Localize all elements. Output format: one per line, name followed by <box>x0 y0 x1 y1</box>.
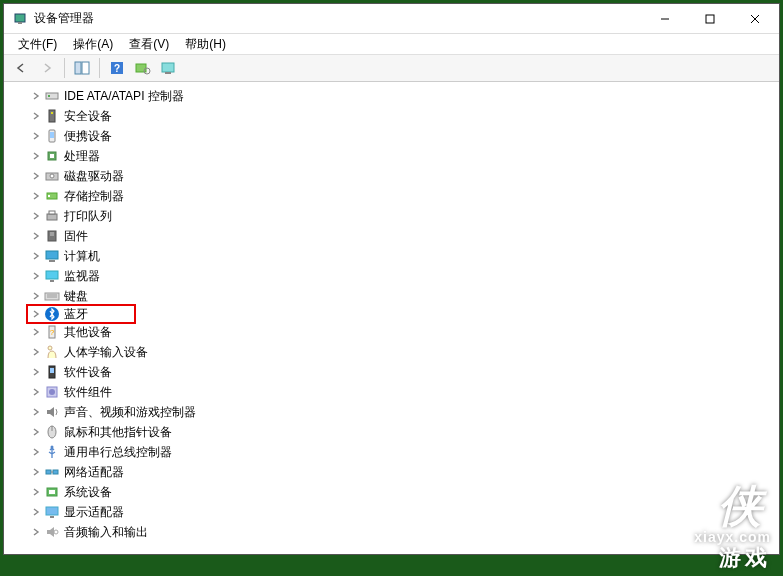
chevron-right-icon[interactable] <box>30 110 42 122</box>
firmware-icon <box>44 228 60 244</box>
tree-node-label: 软件设备 <box>64 364 112 381</box>
chevron-right-icon[interactable] <box>30 366 42 378</box>
svg-rect-25 <box>48 195 50 197</box>
tree-node[interactable]: 键盘 <box>28 286 779 306</box>
maximize-button[interactable] <box>687 4 732 33</box>
chevron-right-icon[interactable] <box>30 406 42 418</box>
tree-node[interactable]: 鼠标和其他指针设备 <box>28 422 779 442</box>
chevron-right-icon[interactable] <box>30 526 42 538</box>
tree-node[interactable]: IDE ATA/ATAPI 控制器 <box>28 86 779 106</box>
details-button[interactable] <box>71 57 93 79</box>
tree-content[interactable]: IDE ATA/ATAPI 控制器安全设备便携设备处理器磁盘驱动器存储控制器打印… <box>4 82 779 554</box>
chevron-right-icon[interactable] <box>30 250 42 262</box>
tree-node-label: 固件 <box>64 228 88 245</box>
tree-node-label: 系统设备 <box>64 484 112 501</box>
svg-rect-50 <box>53 470 58 474</box>
chevron-right-icon[interactable] <box>30 446 42 458</box>
chevron-right-icon[interactable] <box>30 90 42 102</box>
chevron-right-icon[interactable] <box>30 386 42 398</box>
tree-node-label: 其他设备 <box>64 324 112 341</box>
toolbar-separator <box>99 58 100 78</box>
tree-node[interactable]: 打印队列 <box>28 206 779 226</box>
menubar: 文件(F) 操作(A) 查看(V) 帮助(H) <box>4 34 779 54</box>
help-button[interactable]: ? <box>106 57 128 79</box>
chevron-right-icon[interactable] <box>30 346 42 358</box>
chevron-right-icon[interactable] <box>30 308 42 320</box>
menu-file[interactable]: 文件(F) <box>10 35 65 54</box>
close-button[interactable] <box>732 4 777 33</box>
tree-node[interactable]: 磁盘驱动器 <box>28 166 779 186</box>
show-hidden-button[interactable] <box>158 57 180 79</box>
svg-rect-33 <box>46 271 58 279</box>
tree-node[interactable]: 安全设备 <box>28 106 779 126</box>
tree-node[interactable]: 软件设备 <box>28 362 779 382</box>
app-icon <box>12 11 28 27</box>
svg-rect-31 <box>46 251 58 259</box>
tree-node-label: 便携设备 <box>64 128 112 145</box>
tree-node[interactable]: 软件组件 <box>28 382 779 402</box>
tree-node[interactable]: 系统设备 <box>28 482 779 502</box>
tree-node[interactable]: 便携设备 <box>28 126 779 146</box>
chevron-right-icon[interactable] <box>30 190 42 202</box>
tree-node-label: 键盘 <box>64 288 88 305</box>
ide-icon <box>44 88 60 104</box>
chevron-right-icon[interactable] <box>30 150 42 162</box>
printer-icon <box>44 208 60 224</box>
tree-node-label: 处理器 <box>64 148 100 165</box>
tree-node[interactable]: 声音、视频和游戏控制器 <box>28 402 779 422</box>
tree-node-label: 监视器 <box>64 268 100 285</box>
chevron-right-icon[interactable] <box>30 466 42 478</box>
svg-rect-13 <box>165 72 171 74</box>
tree-node-label: 存储控制器 <box>64 188 124 205</box>
tree-node[interactable]: 显示适配器 <box>28 502 779 522</box>
chevron-right-icon[interactable] <box>30 210 42 222</box>
chevron-right-icon[interactable] <box>30 326 42 338</box>
tree-node[interactable]: 监视器 <box>28 266 779 286</box>
monitor-icon <box>44 268 60 284</box>
svg-rect-12 <box>162 63 174 72</box>
svg-rect-53 <box>49 490 55 494</box>
portable-icon <box>44 128 60 144</box>
chevron-right-icon[interactable] <box>30 130 42 142</box>
tree-node[interactable]: 音频输入和输出 <box>28 522 779 542</box>
chevron-right-icon[interactable] <box>30 506 42 518</box>
menu-help[interactable]: 帮助(H) <box>177 35 234 54</box>
svg-rect-3 <box>706 15 714 23</box>
tree-node[interactable]: 蓝牙 <box>26 304 136 324</box>
svg-point-23 <box>50 174 54 178</box>
tree-node[interactable]: 处理器 <box>28 146 779 166</box>
device-tree: IDE ATA/ATAPI 控制器安全设备便携设备处理器磁盘驱动器存储控制器打印… <box>4 82 779 546</box>
svg-rect-21 <box>50 154 54 158</box>
chevron-right-icon[interactable] <box>30 170 42 182</box>
tree-node[interactable]: 计算机 <box>28 246 779 266</box>
tree-node[interactable]: 人体学输入设备 <box>28 342 779 362</box>
back-button[interactable] <box>10 57 32 79</box>
menu-action[interactable]: 操作(A) <box>65 35 121 54</box>
tree-node[interactable]: 网络适配器 <box>28 462 779 482</box>
tree-node-label: 磁盘驱动器 <box>64 168 124 185</box>
tree-node-label: 音频输入和输出 <box>64 524 148 541</box>
tree-node[interactable]: 存储控制器 <box>28 186 779 206</box>
chevron-right-icon[interactable] <box>30 426 42 438</box>
svg-rect-16 <box>49 110 55 122</box>
tree-node-label: 安全设备 <box>64 108 112 125</box>
usb-icon <box>44 444 60 460</box>
tree-node[interactable]: 固件 <box>28 226 779 246</box>
tree-node-label: 网络适配器 <box>64 464 124 481</box>
toolbar: ? <box>4 54 779 82</box>
chevron-right-icon[interactable] <box>30 270 42 282</box>
chevron-right-icon[interactable] <box>30 486 42 498</box>
menu-view[interactable]: 查看(V) <box>121 35 177 54</box>
tree-node-label: 蓝牙 <box>64 306 88 323</box>
chevron-right-icon[interactable] <box>30 290 42 302</box>
tree-node[interactable]: ?其他设备 <box>28 322 779 342</box>
titlebar[interactable]: 设备管理器 <box>4 4 779 34</box>
forward-button[interactable] <box>36 57 58 79</box>
soundio-icon <box>44 524 60 540</box>
window-title: 设备管理器 <box>34 10 642 27</box>
tree-node[interactable]: 通用串行总线控制器 <box>28 442 779 462</box>
system-icon <box>44 484 60 500</box>
chevron-right-icon[interactable] <box>30 230 42 242</box>
minimize-button[interactable] <box>642 4 687 33</box>
scan-button[interactable] <box>132 57 154 79</box>
